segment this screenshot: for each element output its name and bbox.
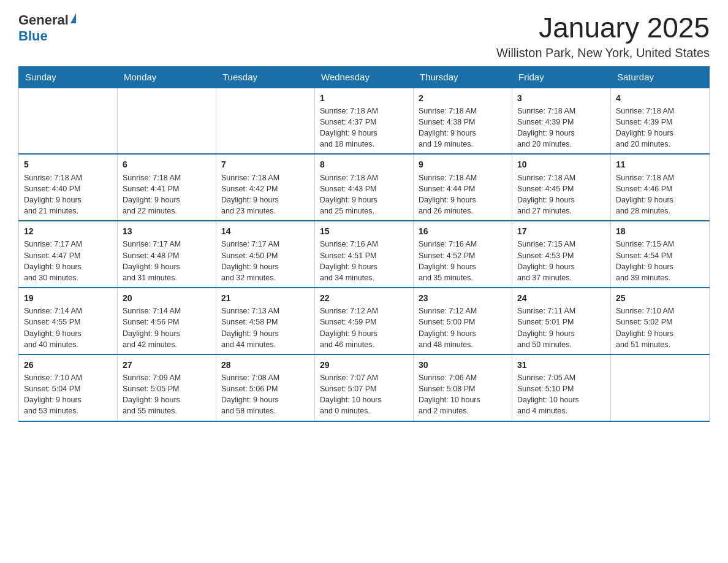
day-info: Sunrise: 7:15 AM Sunset: 4:54 PM Dayligh…	[616, 239, 704, 283]
day-number: 5	[24, 158, 112, 170]
week-row-5: 26Sunrise: 7:10 AM Sunset: 5:04 PM Dayli…	[19, 354, 710, 421]
day-info: Sunrise: 7:10 AM Sunset: 5:04 PM Dayligh…	[24, 372, 112, 417]
day-number: 25	[616, 292, 704, 304]
day-info: Sunrise: 7:18 AM Sunset: 4:39 PM Dayligh…	[517, 105, 605, 150]
day-info: Sunrise: 7:17 AM Sunset: 4:47 PM Dayligh…	[24, 239, 112, 283]
day-info: Sunrise: 7:18 AM Sunset: 4:38 PM Dayligh…	[419, 105, 507, 150]
day-cell: 14Sunrise: 7:17 AM Sunset: 4:50 PM Dayli…	[216, 221, 315, 288]
day-number: 28	[221, 359, 309, 371]
day-info: Sunrise: 7:10 AM Sunset: 5:02 PM Dayligh…	[616, 305, 704, 350]
day-info: Sunrise: 7:07 AM Sunset: 5:07 PM Dayligh…	[320, 372, 408, 417]
day-info: Sunrise: 7:08 AM Sunset: 5:06 PM Dayligh…	[221, 372, 309, 417]
week-row-2: 5Sunrise: 7:18 AM Sunset: 4:40 PM Daylig…	[19, 154, 710, 221]
day-info: Sunrise: 7:14 AM Sunset: 4:55 PM Dayligh…	[24, 305, 112, 350]
day-cell: 24Sunrise: 7:11 AM Sunset: 5:01 PM Dayli…	[512, 288, 611, 354]
day-cell	[216, 88, 315, 155]
day-number: 23	[419, 292, 507, 304]
day-info: Sunrise: 7:15 AM Sunset: 4:53 PM Dayligh…	[517, 239, 605, 283]
day-number: 12	[24, 225, 112, 237]
day-cell: 28Sunrise: 7:08 AM Sunset: 5:06 PM Dayli…	[216, 354, 315, 421]
day-info: Sunrise: 7:09 AM Sunset: 5:05 PM Dayligh…	[123, 372, 211, 417]
day-number: 30	[419, 359, 507, 371]
day-cell: 5Sunrise: 7:18 AM Sunset: 4:40 PM Daylig…	[19, 154, 118, 221]
day-cell: 8Sunrise: 7:18 AM Sunset: 4:43 PM Daylig…	[315, 154, 414, 221]
day-number: 17	[517, 225, 605, 237]
column-header-thursday: Thursday	[414, 66, 512, 88]
logo-general: General	[18, 12, 69, 28]
day-cell: 7Sunrise: 7:18 AM Sunset: 4:42 PM Daylig…	[216, 154, 315, 221]
day-cell: 3Sunrise: 7:18 AM Sunset: 4:39 PM Daylig…	[512, 88, 611, 155]
week-row-3: 12Sunrise: 7:17 AM Sunset: 4:47 PM Dayli…	[19, 221, 710, 288]
day-info: Sunrise: 7:06 AM Sunset: 5:08 PM Dayligh…	[419, 372, 507, 417]
day-number: 11	[616, 158, 704, 170]
day-cell	[118, 88, 216, 155]
day-cell: 1Sunrise: 7:18 AM Sunset: 4:37 PM Daylig…	[315, 88, 414, 155]
day-cell: 13Sunrise: 7:17 AM Sunset: 4:48 PM Dayli…	[118, 221, 216, 288]
day-info: Sunrise: 7:18 AM Sunset: 4:39 PM Dayligh…	[616, 105, 704, 150]
header-row: SundayMondayTuesdayWednesdayThursdayFrid…	[19, 66, 710, 88]
day-number: 21	[221, 292, 309, 304]
logo: General Blue	[18, 12, 76, 44]
day-cell: 22Sunrise: 7:12 AM Sunset: 4:59 PM Dayli…	[315, 288, 414, 354]
day-number: 26	[24, 359, 112, 371]
day-cell: 11Sunrise: 7:18 AM Sunset: 4:46 PM Dayli…	[611, 154, 710, 221]
day-info: Sunrise: 7:12 AM Sunset: 5:00 PM Dayligh…	[419, 305, 507, 350]
day-cell: 21Sunrise: 7:13 AM Sunset: 4:58 PM Dayli…	[216, 288, 315, 354]
week-row-1: 1Sunrise: 7:18 AM Sunset: 4:37 PM Daylig…	[19, 88, 710, 155]
day-cell: 2Sunrise: 7:18 AM Sunset: 4:38 PM Daylig…	[414, 88, 512, 155]
day-info: Sunrise: 7:13 AM Sunset: 4:58 PM Dayligh…	[221, 305, 309, 350]
day-info: Sunrise: 7:18 AM Sunset: 4:45 PM Dayligh…	[517, 172, 605, 217]
column-header-saturday: Saturday	[611, 66, 710, 88]
day-cell: 31Sunrise: 7:05 AM Sunset: 5:10 PM Dayli…	[512, 354, 611, 421]
day-number: 1	[320, 92, 408, 104]
day-cell: 16Sunrise: 7:16 AM Sunset: 4:52 PM Dayli…	[414, 221, 512, 288]
day-info: Sunrise: 7:05 AM Sunset: 5:10 PM Dayligh…	[517, 372, 605, 417]
day-cell: 23Sunrise: 7:12 AM Sunset: 5:00 PM Dayli…	[414, 288, 512, 354]
column-header-sunday: Sunday	[19, 66, 118, 88]
day-cell: 27Sunrise: 7:09 AM Sunset: 5:05 PM Dayli…	[118, 354, 216, 421]
logo-blue: Blue	[18, 28, 48, 44]
day-number: 3	[517, 92, 605, 104]
title-section: January 2025 Williston Park, New York, U…	[496, 12, 710, 60]
day-cell: 6Sunrise: 7:18 AM Sunset: 4:41 PM Daylig…	[118, 154, 216, 221]
day-number: 8	[320, 158, 408, 170]
day-info: Sunrise: 7:18 AM Sunset: 4:41 PM Dayligh…	[123, 172, 211, 217]
day-info: Sunrise: 7:18 AM Sunset: 4:44 PM Dayligh…	[419, 172, 507, 217]
day-cell	[611, 354, 710, 421]
day-info: Sunrise: 7:16 AM Sunset: 4:51 PM Dayligh…	[320, 239, 408, 283]
calendar-title: January 2025	[496, 12, 710, 44]
day-info: Sunrise: 7:17 AM Sunset: 4:48 PM Dayligh…	[123, 239, 211, 283]
column-header-tuesday: Tuesday	[216, 66, 315, 88]
day-cell: 10Sunrise: 7:18 AM Sunset: 4:45 PM Dayli…	[512, 154, 611, 221]
day-number: 19	[24, 292, 112, 304]
day-cell	[19, 88, 118, 155]
day-cell: 19Sunrise: 7:14 AM Sunset: 4:55 PM Dayli…	[19, 288, 118, 354]
day-cell: 15Sunrise: 7:16 AM Sunset: 4:51 PM Dayli…	[315, 221, 414, 288]
day-cell: 17Sunrise: 7:15 AM Sunset: 4:53 PM Dayli…	[512, 221, 611, 288]
day-cell: 29Sunrise: 7:07 AM Sunset: 5:07 PM Dayli…	[315, 354, 414, 421]
day-number: 18	[616, 225, 704, 237]
day-info: Sunrise: 7:12 AM Sunset: 4:59 PM Dayligh…	[320, 305, 408, 350]
calendar-subtitle: Williston Park, New York, United States	[496, 46, 710, 60]
day-cell: 25Sunrise: 7:10 AM Sunset: 5:02 PM Dayli…	[611, 288, 710, 354]
page-header: General Blue January 2025 Williston Park…	[18, 12, 710, 60]
day-number: 15	[320, 225, 408, 237]
column-header-monday: Monday	[118, 66, 216, 88]
day-info: Sunrise: 7:18 AM Sunset: 4:40 PM Dayligh…	[24, 172, 112, 217]
day-number: 31	[517, 359, 605, 371]
day-number: 7	[221, 158, 309, 170]
week-row-4: 19Sunrise: 7:14 AM Sunset: 4:55 PM Dayli…	[19, 288, 710, 354]
day-number: 29	[320, 359, 408, 371]
day-cell: 18Sunrise: 7:15 AM Sunset: 4:54 PM Dayli…	[611, 221, 710, 288]
column-header-wednesday: Wednesday	[315, 66, 414, 88]
day-number: 16	[419, 225, 507, 237]
day-number: 14	[221, 225, 309, 237]
day-info: Sunrise: 7:16 AM Sunset: 4:52 PM Dayligh…	[419, 239, 507, 283]
day-number: 20	[123, 292, 211, 304]
day-info: Sunrise: 7:14 AM Sunset: 4:56 PM Dayligh…	[123, 305, 211, 350]
day-number: 10	[517, 158, 605, 170]
day-number: 24	[517, 292, 605, 304]
day-cell: 20Sunrise: 7:14 AM Sunset: 4:56 PM Dayli…	[118, 288, 216, 354]
day-number: 9	[419, 158, 507, 170]
day-info: Sunrise: 7:17 AM Sunset: 4:50 PM Dayligh…	[221, 239, 309, 283]
